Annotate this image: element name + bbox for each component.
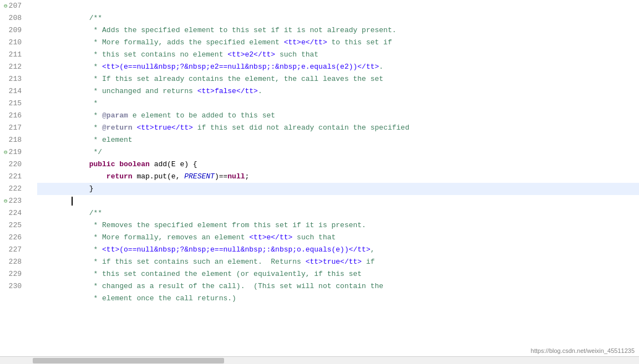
javadoc-tag: @return bbox=[102, 124, 133, 132]
line-num-224: 224 bbox=[2, 207, 26, 219]
keyword-public: public bbox=[72, 160, 115, 168]
cursor bbox=[72, 197, 73, 206]
comment-text: * bbox=[72, 99, 98, 107]
watermark: https://blog.csdn.net/weixin_45511235 bbox=[531, 347, 635, 354]
comment-text: , bbox=[371, 245, 375, 254]
line-num-212: 212 bbox=[2, 61, 26, 73]
line-numbers: ⊖207 208 209 210 211 212 213 214 215 216… bbox=[0, 0, 31, 356]
line-num-217: 217 bbox=[2, 122, 26, 134]
comment-code: <tt>(e==null&nbsp;?&nbsp;e2==null&nbsp;:… bbox=[102, 63, 379, 71]
comment-code: <tt>true</tt> bbox=[136, 124, 192, 132]
comment-text: e element to be added to this set bbox=[128, 111, 275, 120]
editor-container: ⊖207 208 209 210 211 212 213 214 215 216… bbox=[0, 0, 639, 364]
code-line-224: * Removes the specified element from thi… bbox=[37, 207, 639, 219]
comment-text: * this set contained the element (or equ… bbox=[72, 270, 362, 278]
comment-code: <tt>false</tt> bbox=[197, 87, 258, 95]
line-num-213: 213 bbox=[2, 73, 26, 85]
comment-text: * if this set contains such an element. … bbox=[72, 258, 305, 266]
line-num-208: 208 bbox=[2, 12, 26, 24]
keyword-boolean: boolean bbox=[119, 160, 150, 168]
code-text: map.put(e, bbox=[133, 172, 185, 181]
comment-code: <tt>e</tt> bbox=[284, 38, 327, 47]
comment-text: * More formally, adds the specified elem… bbox=[72, 38, 283, 47]
code-text: } bbox=[72, 184, 93, 193]
comment-code: <tt>true</tt> bbox=[306, 258, 362, 266]
comment-code: <tt>(o==null&nbsp;?&nbsp;e==null&nbsp;:&… bbox=[102, 245, 371, 254]
comment-code: <tt>e</tt> bbox=[249, 233, 292, 242]
line-num-219: ⊖219 bbox=[2, 146, 26, 158]
comment-code: <tt>e2</tt> bbox=[227, 50, 275, 59]
line-num-216: 216 bbox=[2, 110, 26, 122]
comment-text: * More formally, removes an element bbox=[72, 233, 249, 242]
code-line-215: * @param e element to be added to this s… bbox=[37, 98, 639, 110]
italic-present: PRESENT bbox=[184, 172, 215, 181]
javadoc-tag: @param bbox=[102, 111, 128, 120]
code-line-208: * Adds the specified element to this set… bbox=[37, 12, 639, 24]
code-line-223: /** bbox=[37, 195, 639, 207]
comment-text: . bbox=[379, 63, 383, 71]
comment-text: if bbox=[362, 258, 374, 266]
line-num-207: ⊖207 bbox=[2, 0, 26, 12]
line-num-220: 220 bbox=[2, 158, 26, 171]
line-num-227: 227 bbox=[2, 244, 26, 256]
line-num-230: 230 bbox=[2, 280, 26, 293]
code-line-207: /** bbox=[37, 0, 639, 12]
keyword-null: null bbox=[227, 172, 245, 181]
line-num-209: 209 bbox=[2, 24, 26, 37]
keyword-return: return bbox=[72, 172, 132, 181]
code-text: )== bbox=[215, 172, 227, 181]
scrollbar-thumb[interactable] bbox=[33, 358, 224, 363]
line-num-226: 226 bbox=[2, 232, 26, 244]
code-text: ; bbox=[245, 172, 250, 181]
code-text: add(E e) { bbox=[150, 160, 197, 168]
line-num-210: 210 bbox=[2, 37, 26, 49]
comment-text: /** bbox=[72, 14, 102, 22]
line-num-218: 218 bbox=[2, 134, 26, 146]
scrollbar-track[interactable] bbox=[1, 358, 638, 363]
line-num-211: 211 bbox=[2, 49, 26, 61]
line-num-228: 228 bbox=[2, 256, 26, 268]
comment-text: such that bbox=[275, 50, 318, 59]
code-area: ⊖207 208 209 210 211 212 213 214 215 216… bbox=[0, 0, 639, 356]
comment-text: * If this set already contains the eleme… bbox=[72, 75, 383, 83]
comment-text: . bbox=[258, 87, 262, 95]
comment-text: * bbox=[72, 111, 102, 120]
comment-text: such that bbox=[292, 233, 336, 242]
comment-text: * changed as a result of the call). (Thi… bbox=[72, 282, 383, 290]
line-num-221: 221 bbox=[2, 171, 26, 183]
line-num-223: ⊖223 bbox=[2, 195, 26, 207]
code-line-219: public boolean add(E e) { bbox=[37, 146, 639, 158]
line-num-229: 229 bbox=[2, 268, 26, 280]
comment-text: * element once the call returns.) bbox=[72, 294, 236, 303]
comment-text: * bbox=[72, 63, 102, 71]
line-num-215: 215 bbox=[2, 98, 26, 110]
line-num-214: 214 bbox=[2, 85, 26, 98]
comment-text: if this set did not already contain the … bbox=[193, 124, 409, 132]
code-content[interactable]: /** * Adds the specified element to this… bbox=[31, 0, 639, 356]
code-line-222 bbox=[37, 183, 639, 195]
comment-text: /** bbox=[72, 209, 102, 217]
line-num-222: 222 bbox=[2, 183, 26, 195]
comment-text: * this set contains no element bbox=[72, 50, 227, 59]
comment-text: * bbox=[72, 124, 102, 132]
comment-text: * Removes the specified element from thi… bbox=[72, 221, 366, 229]
comment-text: * unchanged and returns bbox=[72, 87, 197, 95]
comment-text: * Adds the specified element to this set… bbox=[72, 26, 396, 34]
horizontal-scrollbar[interactable] bbox=[0, 356, 639, 364]
comment-text: */ bbox=[72, 148, 102, 156]
line-num-225: 225 bbox=[2, 219, 26, 232]
comment-text: to this set if bbox=[327, 38, 392, 47]
comment-text: * bbox=[72, 245, 102, 254]
comment-text: * element bbox=[72, 136, 132, 144]
